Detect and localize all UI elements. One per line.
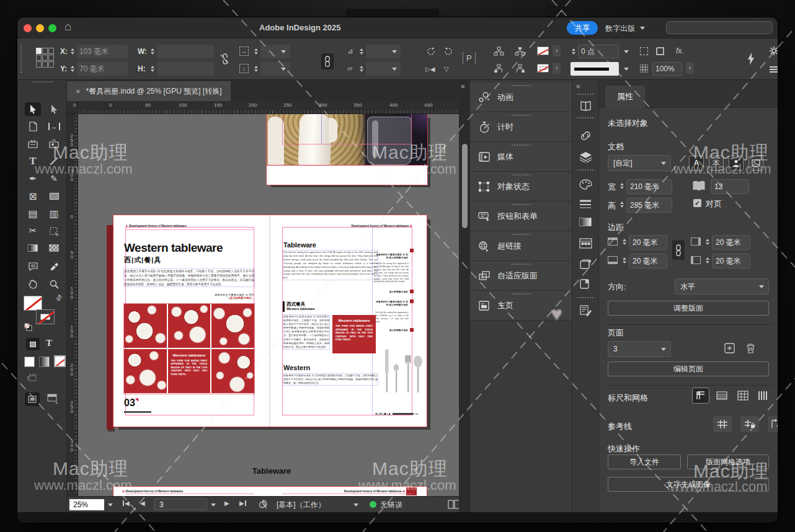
paragraph-composer-icon[interactable]: P: [463, 52, 476, 64]
close-window-button[interactable]: [24, 24, 32, 32]
drag-dots[interactable]: [512, 234, 530, 235]
scale-x-stepper[interactable]: [253, 45, 259, 58]
height-field[interactable]: 285 毫米: [626, 198, 672, 213]
apply-color-button[interactable]: [24, 357, 35, 367]
gradient-panel-icon[interactable]: [579, 218, 592, 226]
select-prev-icon[interactable]: [494, 64, 504, 74]
corner-shape-icon[interactable]: [656, 47, 664, 55]
close-tab-icon[interactable]: ×: [76, 87, 81, 96]
gradient-feather-tool[interactable]: [46, 241, 62, 255]
flip-vertical-icon[interactable]: ↓: [239, 64, 249, 73]
skew-stepper[interactable]: [358, 62, 364, 76]
margin-bottom-field[interactable]: 20 毫米: [629, 254, 667, 268]
gradient-swatch-tool[interactable]: [25, 241, 41, 255]
last-page-button[interactable]: ▶: [239, 500, 246, 507]
stroke-style-dropdown[interactable]: [571, 62, 619, 76]
lock-guides-button[interactable]: [740, 416, 759, 432]
workspace-chevron-icon[interactable]: [353, 503, 358, 507]
workspace-profile-dropdown[interactable]: [基本]（工作）: [277, 500, 326, 510]
h-field[interactable]: [157, 62, 214, 76]
pages-panel-icon[interactable]: [579, 100, 592, 112]
x-stepper[interactable]: [69, 45, 75, 58]
select-content-icon[interactable]: [515, 47, 525, 56]
page-1-partial[interactable]: [267, 114, 427, 185]
swatches-panel-icon[interactable]: [579, 238, 592, 249]
screen-mode-preview-button[interactable]: [25, 392, 40, 406]
reference-point-proxy[interactable]: [36, 48, 56, 70]
scale-y-chevron-icon[interactable]: [281, 68, 286, 71]
pen-tool[interactable]: ✒: [25, 172, 41, 185]
add-page-button[interactable]: [724, 343, 735, 353]
stroke-options-chip[interactable]: ›: [553, 63, 561, 74]
hand-tool[interactable]: [25, 277, 41, 291]
selection-tool[interactable]: [25, 102, 41, 116]
edit-pages-button[interactable]: 编辑页面: [608, 361, 769, 376]
search-input[interactable]: [666, 21, 773, 34]
formatting-affects-container-button[interactable]: [26, 338, 40, 350]
dock-item-timing[interactable]: 计时: [470, 112, 572, 142]
fill-swatch-none[interactable]: [537, 47, 549, 55]
drag-dots[interactable]: [577, 169, 593, 171]
first-page-button[interactable]: ◀: [123, 500, 130, 507]
stroke-style-chevron-icon[interactable]: [624, 68, 629, 71]
previous-page-button[interactable]: ◀: [140, 500, 145, 507]
zoom-tool[interactable]: [46, 277, 62, 291]
baseline-grid-button[interactable]: [713, 388, 731, 404]
facing-pages-checkbox[interactable]: ✓: [693, 199, 701, 207]
doc-intent-a-button[interactable]: A: [689, 156, 704, 171]
flip-horizontal-icon[interactable]: →: [239, 47, 249, 56]
free-transform-tool[interactable]: [46, 224, 62, 237]
horizontal-grid-tool[interactable]: ▤: [25, 206, 41, 220]
margin-inside-stepper[interactable]: [704, 235, 710, 249]
drag-dots[interactable]: [512, 144, 530, 146]
smart-guides-button[interactable]: [768, 416, 778, 432]
tools-drag-handle[interactable]: [33, 81, 53, 82]
scale-y-stepper[interactable]: [253, 62, 259, 76]
constrain-proportions-broken-chain-icon[interactable]: [220, 53, 229, 64]
rectangle-tool[interactable]: [46, 189, 62, 203]
w-field[interactable]: [157, 45, 214, 58]
drag-dots[interactable]: [512, 85, 530, 86]
drag-dots[interactable]: [512, 264, 530, 265]
shear-stepper[interactable]: [358, 45, 364, 58]
stroke-color-swatch[interactable]: [36, 309, 55, 324]
direct-selection-tool[interactable]: [46, 102, 62, 116]
color-panel-icon[interactable]: [579, 179, 592, 190]
frame-tool[interactable]: ⊠: [25, 189, 41, 203]
properties-tab[interactable]: 属性: [605, 86, 645, 108]
margin-top-field[interactable]: 20 毫米: [629, 235, 667, 250]
opacity-field[interactable]: 100%: [652, 62, 682, 76]
y-field[interactable]: 70 毫米: [77, 62, 128, 76]
gap-tool[interactable]: ↔: [46, 120, 62, 133]
shear-chevron-icon[interactable]: [392, 50, 397, 53]
show-guides-button[interactable]: [713, 416, 732, 432]
facing-pages-label[interactable]: 对页: [706, 198, 722, 210]
doc-intent-people-button[interactable]: [729, 156, 744, 171]
margin-outside-field[interactable]: 20 毫米: [712, 254, 750, 268]
minimize-window-button[interactable]: [36, 24, 44, 32]
spread-view-icon[interactable]: [448, 500, 460, 509]
opacity-options-chip[interactable]: ›: [686, 63, 694, 74]
page-tool[interactable]: [25, 120, 41, 133]
rotate-ccw-icon[interactable]: [443, 46, 454, 57]
show-rulers-button[interactable]: [692, 388, 709, 404]
page-number-field[interactable]: 3: [154, 499, 207, 510]
drag-dots[interactable]: [577, 117, 593, 118]
content-collector-tool[interactable]: [25, 137, 41, 151]
default-fill-stroke-icon[interactable]: [24, 323, 32, 331]
skew-chevron-icon[interactable]: [392, 68, 397, 71]
next-page-button[interactable]: ▶: [224, 500, 229, 507]
view-options-icon[interactable]: [27, 374, 37, 381]
drag-dots[interactable]: [512, 174, 530, 175]
page-chevron-icon[interactable]: [211, 503, 216, 507]
drag-dots[interactable]: [512, 115, 530, 116]
margins-link-chain-icon[interactable]: [672, 240, 685, 260]
rotate-cw-icon[interactable]: [425, 46, 437, 57]
layers-panel-icon[interactable]: [579, 151, 592, 162]
drag-dots[interactable]: [512, 293, 530, 295]
link-scale-chain-icon[interactable]: [321, 53, 334, 69]
dock-item-liquid-layout[interactable]: 自适应版面: [470, 261, 572, 291]
corner-options-icon[interactable]: [640, 47, 648, 55]
horizontal-ruler[interactable]: 0050100150200250300350400450: [78, 101, 459, 114]
zoom-window-button[interactable]: [48, 24, 56, 32]
